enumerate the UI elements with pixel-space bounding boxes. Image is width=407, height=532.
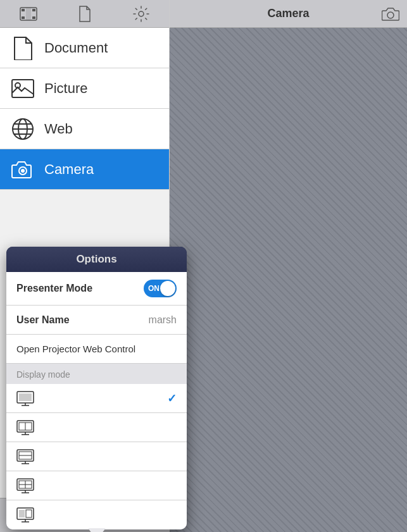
username-label: User Name — [16, 314, 70, 326]
svg-rect-4 — [32, 16, 35, 19]
sidebar-item-web[interactable]: Web — [0, 109, 169, 149]
display-mode-label: Display mode — [16, 369, 70, 380]
film-icon[interactable] — [15, 0, 42, 28]
toggle-knob — [160, 281, 175, 296]
main-header: Camera — [170, 0, 407, 28]
presenter-mode-row: Presenter Mode ON — [6, 272, 187, 306]
svg-point-12 — [21, 169, 25, 173]
sidebar-item-camera[interactable]: Camera — [0, 149, 169, 190]
sidebar-header — [0, 0, 169, 28]
presenter-mode-toggle[interactable]: ON — [144, 280, 177, 297]
sidebar-item-document-label: Document — [44, 40, 108, 56]
projector-web-control-row[interactable]: Open Projector Web Control — [6, 335, 187, 364]
camera-header-icon[interactable] — [382, 7, 399, 21]
camera-icon — [10, 157, 35, 182]
document-icon — [10, 35, 35, 61]
svg-point-6 — [139, 11, 144, 16]
options-header: Options — [6, 247, 187, 272]
svg-rect-26 — [19, 393, 32, 401]
toggle-on-label: ON — [148, 284, 160, 293]
display-mode-1-check: ✓ — [167, 392, 177, 405]
options-popup: Options Presenter Mode ON User Name mars… — [6, 247, 187, 529]
display-mode-item-1[interactable]: ✓ — [6, 384, 187, 413]
display-mode-1-icon — [16, 391, 34, 406]
username-row: User Name marsh — [6, 306, 187, 335]
picture-icon — [10, 76, 35, 101]
display-mode-list: ✓ — [6, 384, 187, 529]
svg-rect-2 — [32, 9, 35, 11]
app-container: Document Picture — [0, 0, 407, 532]
presenter-mode-label: Presenter Mode — [16, 283, 92, 294]
sidebar-item-picture[interactable]: Picture — [0, 68, 169, 109]
svg-rect-46 — [19, 510, 25, 517]
display-mode-3-icon — [16, 449, 34, 464]
svg-rect-5 — [26, 8, 31, 20]
username-value: marsh — [149, 314, 177, 326]
camera-area — [170, 28, 407, 532]
main-content: Camera — [170, 0, 407, 532]
display-mode-item-3[interactable] — [6, 442, 187, 471]
options-title: Options — [76, 253, 116, 265]
display-mode-5-icon — [16, 507, 34, 523]
svg-rect-47 — [26, 510, 32, 517]
sidebar-item-camera-label: Camera — [44, 161, 94, 178]
display-mode-section-header: Display mode — [6, 364, 187, 384]
sidebar-item-picture-label: Picture — [44, 80, 87, 97]
display-mode-4-icon — [16, 478, 34, 493]
svg-rect-1 — [22, 9, 25, 11]
sidebar-item-document[interactable]: Document — [0, 28, 169, 68]
options-body: Presenter Mode ON User Name marsh Open P… — [6, 272, 187, 529]
display-mode-2-icon — [16, 420, 34, 435]
projector-web-control-button[interactable]: Open Projector Web Control — [16, 343, 135, 354]
document-tab-icon[interactable] — [71, 0, 99, 28]
svg-point-22 — [387, 12, 394, 18]
display-mode-item-4[interactable] — [6, 471, 187, 500]
display-mode-item-2[interactable] — [6, 413, 187, 442]
main-title: Camera — [267, 7, 309, 20]
display-mode-item-5[interactable] — [6, 500, 187, 529]
sidebar-item-web-label: Web — [44, 121, 73, 137]
web-icon — [10, 116, 35, 142]
svg-rect-7 — [12, 80, 34, 97]
svg-rect-3 — [22, 16, 25, 19]
settings-icon[interactable] — [127, 0, 155, 28]
